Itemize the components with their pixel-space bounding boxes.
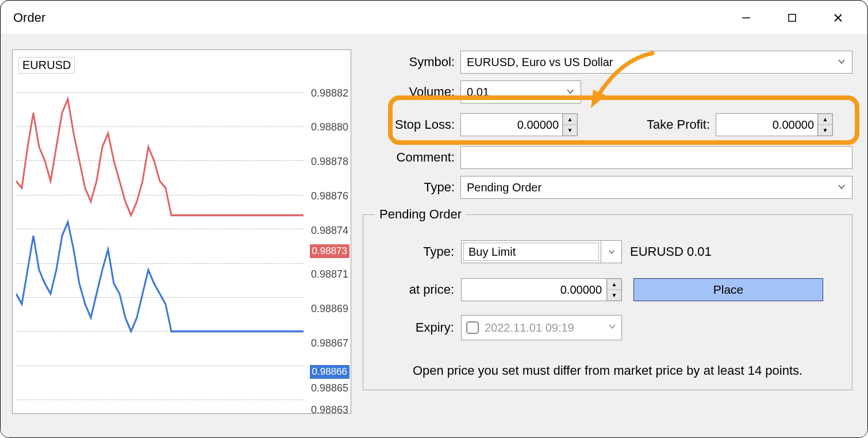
type-label: Type: (363, 180, 460, 195)
client-area: EURUSD 0.98882 0.98880 0.98878 0.98876 0… (1, 35, 867, 437)
pending-type-row: Type: Buy Limit EURUSD 0.01 (375, 239, 840, 264)
stoploss-label: Stop Loss: (363, 117, 460, 132)
atprice-down[interactable]: ▼ (607, 290, 621, 301)
atprice-value: 0.00000 (462, 283, 606, 297)
comment-label: Comment: (363, 150, 460, 165)
volume-label: Volume: (363, 84, 460, 99)
stoploss-up[interactable]: ▲ (563, 114, 577, 125)
tick-chart: EURUSD 0.98882 0.98880 0.98878 0.98876 0… (12, 49, 351, 414)
y-tick: 0.98869 (311, 303, 348, 315)
pending-order-group: Pending Order Type: Buy Limit EURUSD 0.0… (363, 207, 852, 390)
symbol-row: Symbol: EURUSD, Euro vs US Dollar (363, 49, 852, 75)
comment-input[interactable] (460, 146, 852, 169)
svg-rect-1 (789, 14, 796, 21)
atprice-label: at price: (375, 282, 461, 297)
symbol-label: Symbol: (363, 55, 460, 70)
stoploss-down[interactable]: ▼ (563, 125, 577, 136)
expiry-checkbox[interactable] (466, 321, 479, 334)
chevron-down-icon (566, 86, 575, 99)
place-button[interactable]: Place (633, 278, 823, 301)
type-dropdown[interactable]: Pending Order (460, 176, 852, 199)
maximize-button[interactable] (778, 6, 806, 29)
stoploss-value: 0.00000 (461, 118, 562, 132)
expiry-picker[interactable]: 2022.11.01 09:19 (461, 315, 622, 340)
symbol-value: EURUSD, Euro vs US Dollar (467, 56, 613, 69)
volume-row: Volume: 0.01 (363, 79, 852, 105)
takeprofit-label: Take Profit: (578, 117, 716, 132)
y-tick: 0.98882 (311, 87, 348, 99)
expiry-row: Expiry: 2022.11.01 09:19 (375, 315, 840, 340)
pending-type-label: Type: (375, 244, 461, 259)
takeprofit-value: 0.00000 (716, 118, 817, 132)
window-title: Order (13, 10, 45, 25)
sl-tp-row: Stop Loss: 0.00000 ▲▼ Take Profit: 0.000… (363, 109, 852, 140)
takeprofit-up[interactable]: ▲ (818, 114, 832, 125)
symbol-dropdown[interactable]: EURUSD, Euro vs US Dollar (460, 51, 852, 74)
takeprofit-spinner[interactable]: 0.00000 ▲▼ (716, 113, 833, 136)
volume-dropdown[interactable]: 0.01 (460, 80, 581, 103)
atprice-up[interactable]: ▲ (607, 279, 621, 290)
chevron-down-icon (608, 322, 617, 333)
pending-footnote: Open price you set must differ from mark… (375, 363, 840, 378)
y-tick: 0.98871 (311, 268, 348, 281)
expiry-datetime: 2022.11.01 09:19 (485, 321, 574, 335)
y-tick: 0.98880 (311, 121, 348, 133)
type-row: Type: Pending Order (363, 175, 852, 200)
expiry-label: Expiry: (375, 320, 461, 335)
y-tick: 0.98867 (311, 337, 348, 349)
chart-grid (16, 72, 304, 413)
pending-info: EURUSD 0.01 (630, 244, 712, 259)
stoploss-spinner[interactable]: 0.00000 ▲▼ (460, 113, 578, 136)
titlebar: Order (1, 1, 867, 35)
comment-row: Comment: (363, 145, 852, 170)
chevron-down-icon (837, 181, 846, 194)
volume-value: 0.01 (467, 86, 489, 99)
ask-price-tag: 0.98873 (310, 244, 349, 258)
close-button[interactable] (824, 6, 852, 29)
chart-symbol-label: EURUSD (18, 57, 75, 74)
type-value: Pending Order (467, 181, 541, 194)
order-window: Order EURUSD 0.98882 0.98880 0.98878 0.9… (0, 0, 868, 438)
y-tick: 0.98878 (311, 156, 348, 168)
pending-type-dropdown[interactable]: Buy Limit (461, 240, 622, 263)
window-controls (732, 6, 863, 29)
y-tick: 0.98874 (311, 225, 348, 237)
y-tick: 0.98865 (311, 382, 348, 394)
atprice-row: at price: 0.00000 ▲▼ Place (375, 277, 840, 302)
y-tick: 0.98863 (311, 404, 348, 416)
bid-price-tag: 0.98866 (310, 365, 349, 379)
takeprofit-down[interactable]: ▼ (818, 125, 832, 136)
y-tick: 0.98876 (311, 190, 348, 202)
minimize-button[interactable] (732, 6, 761, 29)
chevron-down-icon (837, 56, 846, 69)
pending-legend: Pending Order (375, 207, 466, 222)
pending-type-value: Buy Limit (463, 243, 599, 261)
atprice-spinner[interactable]: 0.00000 ▲▼ (461, 278, 622, 301)
chevron-down-icon (601, 241, 621, 263)
order-form: Symbol: EURUSD, Euro vs US Dollar Volume… (359, 49, 856, 423)
